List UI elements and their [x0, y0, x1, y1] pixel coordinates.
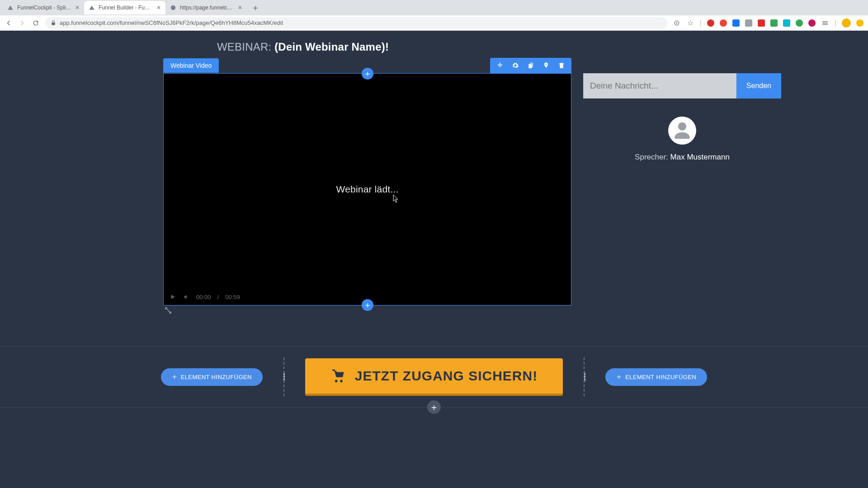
- video-time-total: 00:59: [225, 294, 240, 300]
- close-icon[interactable]: ✕: [156, 5, 161, 11]
- cta-section-row: ELEMENT HINZUFÜGEN JETZT ZUGANG SICHERN!…: [0, 346, 868, 408]
- add-section-button[interactable]: ＋: [427, 400, 441, 414]
- move-icon[interactable]: [496, 62, 504, 69]
- editor-row: Webinar Video ＋ Webinar lädt... 00:00 /: [0, 58, 868, 305]
- speaker-block: Sprecher: Max Mustermann: [583, 117, 781, 162]
- favicon: [89, 5, 95, 11]
- save-template-icon[interactable]: [542, 62, 550, 69]
- forward-button[interactable]: [18, 19, 26, 27]
- browser-tab-active[interactable]: Funnel Builder - FunnelCockpit ✕: [84, 1, 165, 14]
- favicon: [170, 5, 176, 11]
- copy-icon[interactable]: [527, 62, 534, 69]
- video-time-sep: /: [217, 294, 219, 300]
- gear-icon[interactable]: [512, 62, 519, 69]
- video-action-toolbar: [490, 58, 571, 73]
- column-separator[interactable]: [584, 357, 585, 396]
- profile-avatar[interactable]: [842, 19, 851, 28]
- speaker-name: Max Mustermann: [670, 153, 730, 161]
- tab-title: Funnel Builder - FunnelCockpit: [99, 5, 153, 11]
- ext-icon[interactable]: [758, 19, 765, 27]
- ext-icon[interactable]: [673, 19, 681, 27]
- add-element-above-button[interactable]: ＋: [362, 68, 373, 80]
- close-icon[interactable]: ✕: [75, 5, 80, 11]
- browser-toolbar: app.funnelcockpit.com/funnel/nwSC6fNoSJ6…: [0, 15, 868, 31]
- page-canvas: WEBINAR: (Dein Webinar Name)! Webinar Vi…: [0, 31, 868, 488]
- webinar-title-name: (Dein Webinar Name)!: [274, 41, 389, 53]
- speaker-label: Sprecher: Max Mustermann: [583, 153, 781, 162]
- column-separator[interactable]: [283, 357, 284, 396]
- address-bar[interactable]: app.funnelcockpit.com/funnel/nwSC6fNoSJ6…: [45, 17, 667, 29]
- add-element-label: ELEMENT HINZUFÜGEN: [625, 374, 696, 380]
- speaker-prefix: Sprecher:: [635, 153, 670, 161]
- drag-handle-icon[interactable]: [283, 372, 285, 382]
- ext-icon[interactable]: [783, 19, 790, 27]
- webinar-title-prefix: WEBINAR:: [217, 41, 271, 53]
- add-element-below-button[interactable]: ＋: [362, 299, 373, 311]
- add-element-button-right[interactable]: ELEMENT HINZUFÜGEN: [605, 368, 707, 386]
- add-element-label: ELEMENT HINZUFÜGEN: [181, 374, 252, 380]
- cta-main-label: JETZT ZUGANG SICHERN!: [355, 368, 538, 384]
- video-loading-status: Webinar lädt...: [336, 184, 398, 195]
- lock-icon: [51, 20, 56, 26]
- browser-tab[interactable]: https://page.funnelcockpit.co ✕: [165, 1, 247, 14]
- volume-icon[interactable]: [183, 293, 190, 300]
- add-element-button-left[interactable]: ELEMENT HINZUFÜGEN: [161, 368, 263, 386]
- ext-icon[interactable]: [707, 19, 714, 27]
- chat-send-button[interactable]: Senden: [736, 73, 781, 99]
- resize-handle-icon[interactable]: [164, 306, 172, 316]
- reload-button[interactable]: [32, 19, 40, 27]
- svg-point-0: [171, 5, 176, 10]
- browser-tab[interactable]: FunnelCockpit - Splittests, Ma ✕: [3, 1, 84, 14]
- extension-icons: ☆ | |: [673, 19, 863, 28]
- drag-handle-icon[interactable]: [584, 372, 585, 382]
- chat-message-input[interactable]: [583, 73, 736, 99]
- webinar-title: WEBINAR: (Dein Webinar Name)!: [0, 31, 868, 53]
- address-url: app.funnelcockpit.com/funnel/nwSC6fNoSJ6…: [60, 19, 283, 26]
- browser-tab-row: FunnelCockpit - Splittests, Ma ✕ Funnel …: [0, 0, 868, 15]
- ext-menu-icon[interactable]: [821, 19, 829, 27]
- ext-icon[interactable]: [808, 19, 816, 27]
- divider: |: [835, 19, 836, 27]
- ext-icon[interactable]: [745, 19, 752, 27]
- divider: |: [700, 19, 702, 27]
- plus-icon: [172, 374, 177, 380]
- browser-chrome: FunnelCockpit - Splittests, Ma ✕ Funnel …: [0, 0, 868, 31]
- svg-point-2: [676, 22, 677, 23]
- ext-icon[interactable]: [770, 19, 778, 27]
- video-time-current: 00:00: [196, 294, 211, 300]
- cart-icon: [330, 368, 346, 384]
- chat-sidebar: Senden Sprecher: Max Mustermann: [583, 58, 781, 162]
- video-controls: 00:00 / 00:59: [169, 293, 240, 300]
- cta-main-button[interactable]: JETZT ZUGANG SICHERN!: [305, 358, 563, 396]
- video-canvas[interactable]: ＋ Webinar lädt... 00:00 / 00:59 ＋: [163, 73, 571, 305]
- ext-icon[interactable]: [856, 19, 863, 27]
- tab-title: https://page.funnelcockpit.co: [180, 5, 234, 11]
- star-icon[interactable]: ☆: [686, 19, 694, 27]
- ext-icon[interactable]: [796, 19, 803, 27]
- close-icon[interactable]: ✕: [238, 5, 242, 11]
- plus-icon: [616, 374, 622, 380]
- back-button[interactable]: [5, 19, 13, 27]
- delete-icon[interactable]: [558, 62, 565, 69]
- new-tab-button[interactable]: ＋: [247, 2, 264, 13]
- webinar-video-block[interactable]: Webinar Video ＋ Webinar lädt... 00:00 /: [163, 58, 571, 305]
- tab-title: FunnelCockpit - Splittests, Ma: [17, 5, 71, 11]
- ext-icon[interactable]: [720, 19, 727, 27]
- favicon: [7, 5, 14, 11]
- play-icon[interactable]: [169, 293, 176, 300]
- speaker-avatar: [668, 117, 696, 145]
- ext-icon[interactable]: [732, 19, 740, 27]
- video-block-label: Webinar Video: [163, 58, 219, 73]
- chat-input-row: Senden: [583, 73, 781, 99]
